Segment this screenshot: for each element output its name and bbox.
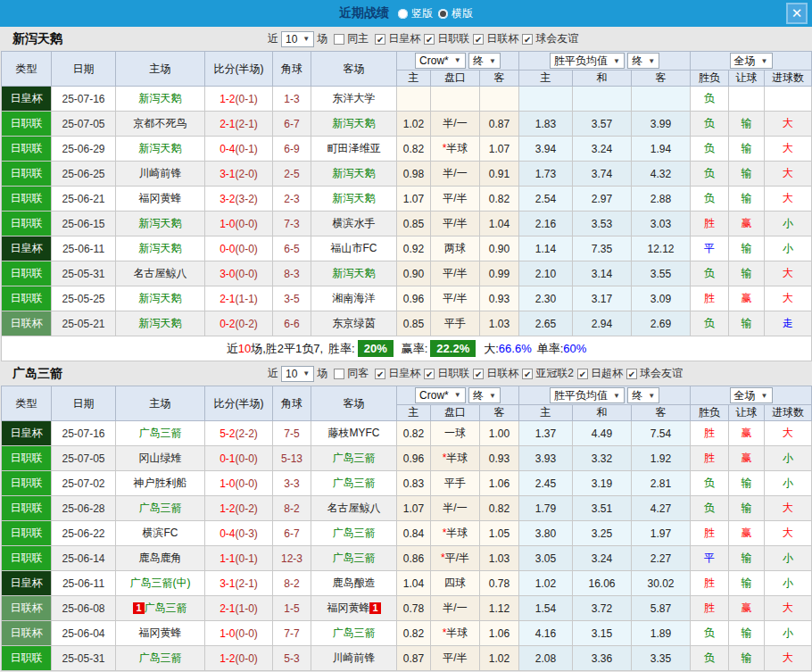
competition-filter-label: 球会友谊 [640,366,683,381]
team-name-link[interactable]: 新泻天鹅 [139,142,182,154]
competition-filter-checkbox[interactable]: ✔日职联 [424,366,469,381]
team-name-link[interactable]: 广岛三箭 [333,452,376,464]
team-name-link[interactable]: 新泻天鹅 [139,317,182,329]
competition-type-cell: 日皇杯 [2,421,52,446]
odds-provider-select[interactable]: Crow*▼ [415,53,466,69]
radio-vertical-layout[interactable]: 竖版 [398,6,433,21]
col-header-odds-home: 主 [397,405,431,421]
odds-home-cell: 0.82 [397,137,431,162]
corner-count-cell: 2-5 [273,162,311,187]
competition-filter-checkbox[interactable]: ✔亚冠联2 [522,366,574,381]
team-name-link[interactable]: 新泻天鹅 [139,217,182,229]
team-name-link[interactable]: 东洋大学 [333,92,376,104]
team-name-link[interactable]: 新泻天鹅 [333,117,376,129]
competition-type-cell: 日职联 [2,471,52,496]
team-name-link[interactable]: 横滨水手 [333,217,376,229]
team-name-link[interactable]: 冈山绿雉 [139,452,182,464]
halftime-score: (0-1) [236,552,258,565]
wdl-average-select[interactable]: 胜平负均值▼ [550,53,625,69]
odds-home-cell: 0.84 [397,521,431,546]
team-name-link[interactable]: 广岛三箭 [333,527,376,539]
team-name-link[interactable]: 新泻天鹅 [333,267,376,279]
team-name-link[interactable]: 新泻天鹅 [333,167,376,179]
match-date-cell: 25-07-16 [52,87,116,112]
team-name-link[interactable]: 藤枝MYFC [328,427,380,439]
team-name-link[interactable]: 新泻天鹅 [139,292,182,304]
handicap-line-cell: *半球 [431,446,480,471]
team-name-link[interactable]: 广岛三箭 [333,477,376,489]
same-venue-checkbox[interactable]: ✔ 同主 [334,31,369,46]
team-name-link[interactable]: 町田泽维亚 [327,142,381,154]
match-count-select[interactable]: 10 ▼ [281,31,314,47]
result-handicap-cell: 输 [729,261,765,286]
team-name-link[interactable]: 京都不死鸟 [134,117,187,129]
team-name-link[interactable]: 新泻天鹅 [139,242,182,254]
odds-provider-select[interactable]: Crow*▼ [415,387,466,403]
wdl-average-value: 胜平负均值 [554,388,608,403]
team-name-link[interactable]: 福冈黄蜂 [327,601,369,614]
team-name-link[interactable]: 广岛三箭 [139,651,182,664]
team-name-link[interactable]: 新泻天鹅 [333,192,376,204]
team-name-link[interactable]: 湘南海洋 [333,292,376,304]
match-date-cell: 25-06-25 [52,162,116,187]
competition-filter-checkbox[interactable]: ✔日联杯 [473,31,518,46]
avg-away-cell: 4.27 [632,496,691,521]
halftime-score: (1-1) [236,293,258,305]
matches-label: 场 [317,31,327,46]
wdl-time-select[interactable]: 终▼ [627,53,659,69]
competition-filter-checkbox[interactable]: ✔日皇杯 [375,366,420,381]
competition-filter-checkbox[interactable]: ✔日超杯 [577,366,623,381]
odds-away-cell: 0.90 [480,236,519,261]
away-team-cell: 广岛三箭 [311,546,397,571]
competition-filter-checkbox[interactable]: ✔日职联 [424,31,469,46]
team-name-link[interactable]: 广岛三箭 [145,601,187,614]
competition-filter-checkbox[interactable]: ✔球会友谊 [626,366,683,381]
competition-filter-checkbox[interactable]: ✔日皇杯 [375,31,420,46]
team-name-link[interactable]: 东京绿茵 [333,317,376,329]
team-name-link[interactable]: 横滨FC [143,527,178,539]
result-wdl-cell: 胜 [691,212,729,236]
team-name-link[interactable]: 川崎前锋 [333,651,376,664]
team-name-link[interactable]: 广岛三箭 [333,552,376,564]
home-team-cell: 新泻天鹅 [116,311,205,336]
close-button[interactable]: ✕ [786,3,808,24]
team-name-link[interactable]: 广岛三箭 [139,427,182,439]
team-name-link[interactable]: 川崎前锋 [139,167,182,179]
score-cell: 0-0(0-0) [205,236,273,261]
team-name-link[interactable]: 福冈黄蜂 [139,626,182,639]
avg-home-cell: 4.16 [519,621,573,646]
team-name-link[interactable]: 广岛三箭(中) [130,577,191,589]
team-name-link[interactable]: 广岛三箭 [139,502,182,514]
fulltime-score: 1-0 [220,627,235,640]
col-header-score: 比分(半场) [205,386,273,421]
full-match-select[interactable]: 全场▼ [730,53,773,69]
home-team-cell: 福冈黄蜂 [116,187,205,212]
handicap-line-cell: *半球 [431,621,480,646]
match-row: 日皇杯25-06-11新泻天鹅0-0(0-0)6-5福山市FC0.92两球0.9… [2,236,812,261]
team-name-link[interactable]: 神户胜利船 [134,477,187,489]
team-name-link[interactable]: 新泻天鹅 [139,92,182,104]
handicap-line-cell: 平手 [431,311,480,336]
competition-filter-checkbox[interactable]: ✔日联杯 [473,366,518,381]
match-count-select[interactable]: 10 ▼ [281,366,314,382]
competition-filter-label: 日职联 [437,366,469,381]
team-name-link[interactable]: 鹿岛鹿角 [139,552,182,564]
competition-filter-checkbox[interactable]: ✔球会友谊 [522,31,578,46]
away-team-cell: 东洋大学 [311,87,397,112]
handicap-line-cell: 平手 [431,471,480,496]
team-name-link[interactable]: 鹿岛酿造 [333,577,376,589]
same-venue-checkbox[interactable]: ✔ 同客 [334,366,369,381]
team-name-link[interactable]: 福冈黄蜂 [139,192,182,204]
team-name-link[interactable]: 名古屋鲸八 [327,502,381,514]
wdl-time-select[interactable]: 终▼ [627,387,659,403]
team-name-link[interactable]: 广岛三箭 [333,626,376,639]
team-name-link[interactable]: 名古屋鲸八 [134,267,187,279]
odds-time-select[interactable]: 终▼ [468,387,501,403]
radio-horizontal-layout[interactable]: 横版 [438,6,473,21]
full-match-select[interactable]: 全场▼ [730,387,773,403]
avg-home-cell: 3.94 [519,137,573,162]
odds-time-select[interactable]: 终▼ [468,53,501,69]
wdl-average-select[interactable]: 胜平负均值▼ [550,387,625,403]
team-name-link[interactable]: 福山市FC [331,242,377,254]
avg-draw-cell: 3.74 [573,162,632,187]
